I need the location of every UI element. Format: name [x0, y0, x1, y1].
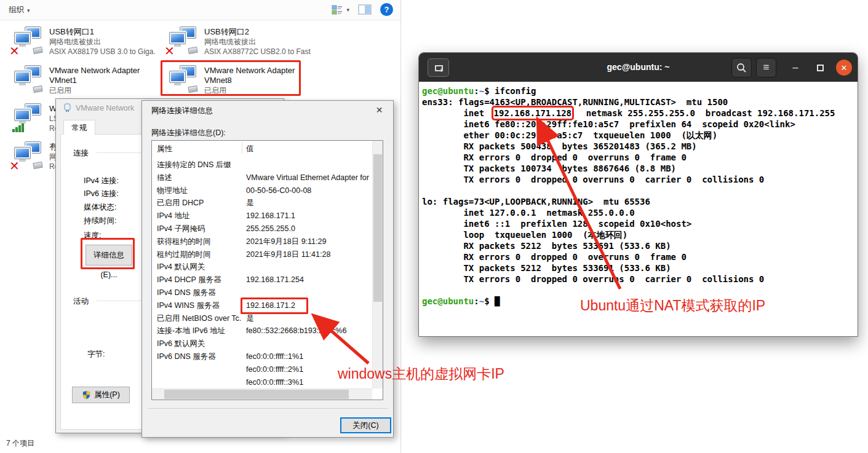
details-listview: 属性 值 连接特定的 DNS 后缀描述VMware Virtual Ethern…	[151, 140, 383, 400]
search-button[interactable]	[731, 58, 752, 77]
network-adapter-item[interactable]: VMware Network Adapter VMnet8已启用	[166, 65, 311, 95]
detail-row[interactable]: 物理地址00-50-56-C0-00-08	[152, 184, 372, 197]
adapter-device: ASIX AX88772C USB2.0 to Fast...	[204, 47, 311, 57]
detail-row[interactable]: 连接特定的 DNS 后缀	[152, 159, 372, 171]
details-list-label: 网络连接详细信息(D):	[151, 128, 226, 138]
detail-property: 已启用 DHCP	[157, 197, 242, 210]
menu-button[interactable]: ≡	[756, 58, 776, 77]
terminal-line: inet6 ::1 prefixlen 128 scopeid 0x10<hos…	[422, 218, 858, 229]
detail-row[interactable]: IPv4 默认网关	[152, 261, 372, 274]
properties-button[interactable]: 属性(P)	[72, 387, 130, 403]
network-adapter-item[interactable]: ✕USB转网口2网络电缆被拔出ASIX AX88772C USB2.0 to F…	[166, 26, 311, 57]
detail-row[interactable]: 已启用 DHCP是	[152, 197, 372, 210]
detail-row[interactable]: 租约过期的时间2021年9月18日 11:41:28	[152, 248, 372, 261]
terminal-titlebar[interactable]: + gec@ubuntu: ~ ≡ – ✕	[419, 53, 858, 82]
detail-row[interactable]: 描述VMware Virtual Ethernet Adapter for	[152, 171, 372, 184]
detail-row[interactable]: IPv6 DNS 服务器fec0:0:0:ffff::1%1	[152, 350, 372, 363]
detail-value: 是	[246, 197, 371, 210]
network-adapter-dialog-icon	[63, 103, 71, 112]
terminal-line: TX packets 100734 bytes 8867646 (8.8 MB)	[422, 163, 858, 174]
detail-row[interactable]: IPv4 地址192.168.171.1	[152, 210, 372, 223]
preview-pane-icon[interactable]	[358, 4, 372, 15]
close-icon[interactable]: ✕	[365, 101, 393, 119]
terminal-line: TX errors 0 dropped 0 overruns 0 carrier…	[422, 174, 858, 185]
adapter-text: VMware Network Adapter VMnet8已启用	[204, 65, 311, 95]
column-property: 属性	[157, 144, 172, 154]
detail-value: 是	[246, 312, 371, 325]
horizontal-scrollbar[interactable]	[152, 388, 372, 400]
close-icon: ✕	[841, 63, 848, 73]
adapter-name: USB转网口2	[204, 27, 311, 37]
detail-row[interactable]: IPv4 子网掩码255.255.255.0	[152, 223, 372, 235]
detail-row[interactable]: IPv4 DHCP 服务器192.168.171.254	[152, 274, 372, 286]
detail-property: IPv4 DHCP 服务器	[157, 274, 242, 286]
hamburger-icon: ≡	[763, 61, 770, 74]
detail-property: IPv6 DNS 服务器	[157, 350, 242, 363]
tab-general[interactable]: 常规	[63, 120, 95, 135]
terminal-line: lo: flags=73<UP,LOOPBACK,RUNNING> mtu 65…	[422, 196, 858, 207]
network-adapter-icon: ✕	[11, 141, 44, 170]
adapter-name: VMware Network Adapter VMnet8	[204, 66, 311, 85]
network-adapter-icon	[166, 65, 199, 94]
network-adapter-item[interactable]: VMware Network Adapter VMnet1已启用	[11, 65, 156, 95]
terminal-line: RX errors 0 dropped 0 overruns 0 frame 0	[422, 251, 858, 262]
ethernet-plug-icon	[33, 85, 43, 93]
section-connection-label: 连接	[73, 148, 89, 159]
terminal-line: gec@ubuntu:~$ ifconfig	[422, 85, 858, 97]
detail-value: 2021年9月18日 9:11:29	[246, 235, 371, 248]
detail-property: 描述	[157, 171, 242, 184]
disconnected-x-icon: ✕	[9, 45, 20, 57]
terminal-line: inet 127.0.0.1 netmask 255.0.0.0	[422, 207, 858, 218]
vertical-scrollbar[interactable]	[372, 141, 383, 388]
detail-row[interactable]: IPv6 默认网关	[152, 337, 372, 350]
help-icon[interactable]: ?	[380, 3, 393, 16]
detail-property: 获得租约的时间	[157, 235, 242, 248]
network-adapter-item[interactable]: ✕USB转网口1网络电缆被拔出ASIX AX88179 USB 3.0 to G…	[11, 26, 156, 57]
terminal-line: ether 00:0c:29:10:a5:c7 txqueuelen 1000 …	[422, 130, 858, 141]
new-tab-icon: +	[435, 65, 443, 71]
detail-property: 物理地址	[157, 184, 242, 197]
connection-row-label: IPv6 连接:	[84, 189, 119, 199]
vscroll-thumb[interactable]	[373, 154, 382, 302]
bytes-label: 字节:	[87, 349, 105, 360]
detail-row[interactable]: 连接-本地 IPv6 地址fe80::532:2668:b193:215c%6	[152, 325, 372, 337]
details-button[interactable]: 详细信息(E)...	[86, 245, 132, 266]
detail-property: 连接特定的 DNS 后缀	[157, 159, 242, 171]
view-mode-icon[interactable]	[332, 5, 343, 15]
detail-row[interactable]: IPv4 WINS 服务器192.168.171.2	[152, 299, 372, 312]
close-button[interactable]: 关闭(C)	[340, 417, 391, 433]
details-dialog-titlebar[interactable]: 网络连接详细信息 ✕	[142, 101, 393, 119]
detail-value: 192.168.171.2	[246, 299, 371, 312]
disconnected-x-icon: ✕	[164, 45, 175, 57]
network-adapter-icon	[11, 65, 44, 94]
view-mode-caret-icon[interactable]: ▾	[346, 7, 349, 13]
minimize-button[interactable]: –	[787, 58, 804, 77]
connection-row-label: 媒体状态:	[84, 202, 116, 213]
hscroll-thumb[interactable]	[164, 390, 349, 399]
ethernet-plug-icon	[188, 85, 198, 93]
detail-value: 192.168.171.254	[246, 274, 371, 286]
detail-row[interactable]: 获得租约的时间2021年9月18日 9:11:29	[152, 235, 372, 248]
network-adapter-icon: ✕	[11, 26, 44, 55]
uac-shield-icon	[82, 390, 91, 400]
search-icon	[736, 63, 747, 73]
organize-button[interactable]: 组织▾	[9, 5, 30, 15]
detail-property: IPv4 默认网关	[157, 261, 242, 274]
terminal-line: RX errors 0 dropped 0 overruns 0 frame 0	[422, 152, 858, 163]
detail-row[interactable]: IPv4 DNS 服务器	[152, 286, 372, 299]
column-value: 值	[246, 144, 254, 154]
detail-value: 255.255.255.0	[246, 223, 371, 235]
column-divider	[242, 142, 242, 154]
close-button[interactable]: ✕	[836, 60, 852, 76]
properties-button-label: 属性(P)	[94, 387, 120, 403]
new-tab-button[interactable]: +	[428, 58, 449, 77]
listview-rows: 连接特定的 DNS 后缀描述VMware Virtual Ethernet Ad…	[152, 159, 372, 388]
terminal-line: RX packets 5212 bytes 533691 (533.6 KB)	[422, 240, 858, 251]
maximize-button[interactable]	[811, 58, 829, 77]
ethernet-plug-icon	[188, 47, 198, 54]
highlight-box-ens33-ip: 192.168.171.128	[494, 108, 571, 118]
detail-property: IPv4 子网掩码	[157, 223, 242, 235]
detail-row[interactable]: 已启用 NetBIOS over Tc...是	[152, 312, 372, 325]
adapter-status: 已启用	[204, 85, 311, 95]
listview-header: 属性 值	[152, 141, 372, 156]
